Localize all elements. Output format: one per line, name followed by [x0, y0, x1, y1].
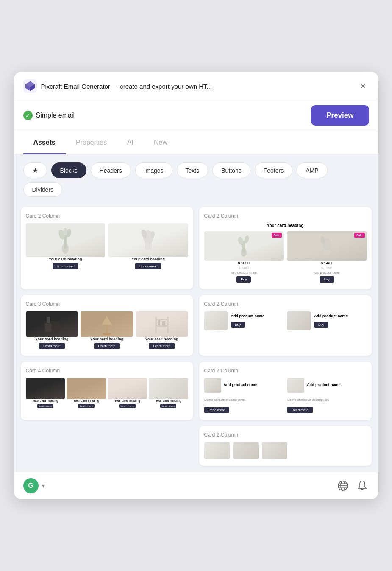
buy-btn[interactable]: Buy — [314, 322, 328, 328]
tab-assets[interactable]: Assets — [23, 132, 66, 154]
learn-more-btn[interactable]: Learn more — [119, 404, 136, 408]
product-row-inner: Add product name — [204, 378, 258, 393]
card-preview-4: Add product name Buy Add product name Bu… — [204, 311, 367, 330]
preview-label: Your card heading — [49, 257, 82, 261]
chevron-down-icon[interactable]: ▾ — [42, 482, 45, 489]
preview-image — [26, 311, 78, 337]
card-title-5: Card 4 Column — [26, 368, 188, 374]
preview-image — [262, 442, 287, 459]
preview-label: Your card heading — [32, 399, 58, 402]
preview-image — [81, 311, 133, 337]
learn-more-btn[interactable]: Learn more — [78, 404, 95, 408]
tab-properties[interactable]: Properties — [66, 132, 117, 154]
svg-rect-24 — [53, 325, 58, 332]
preview-label: Your card heading — [35, 337, 68, 341]
preview-label: Your card heading — [73, 399, 99, 402]
buy-btn[interactable]: Buy — [231, 322, 245, 328]
preview-item: Your card heading Learn more — [81, 311, 133, 349]
card-2col-product[interactable]: Card 2 Column Add product name Buy Add p… — [199, 295, 372, 356]
learn-more-btn[interactable]: Learn more — [160, 404, 177, 408]
product-name: Add product name — [314, 271, 339, 274]
filter-headers[interactable]: Headers — [91, 162, 131, 178]
card-2col-desc[interactable]: Card 2 Column Add product name Some attr… — [199, 362, 372, 420]
filter-images[interactable]: Images — [135, 162, 172, 178]
preview-label: Your card heading — [132, 257, 165, 261]
preview-label: Your card heading — [114, 399, 140, 402]
product-info: Add product name Buy — [314, 314, 367, 328]
preview-item: Your card heading Learn more — [26, 311, 78, 349]
learn-more-btn[interactable]: Learn more — [39, 343, 65, 349]
card-3col[interactable]: Card 3 Column Your card heading Learn mo… — [21, 295, 193, 356]
product-desc: Some attractive description. — [287, 398, 329, 402]
filter-star[interactable]: ★ — [23, 162, 47, 178]
preview-image — [108, 378, 147, 399]
read-more-btn[interactable]: Read more — [287, 407, 313, 413]
learn-more-btn[interactable]: Learn more — [135, 263, 161, 269]
preview-item: Your card heading Learn more — [26, 378, 65, 408]
email-name: Simple email — [36, 112, 75, 119]
filter-buttons[interactable]: Buttons — [212, 162, 250, 178]
preview-item: Your card heading Learn more — [26, 223, 106, 269]
card-title-3: Card 3 Column — [26, 301, 188, 307]
tab-new[interactable]: New — [144, 132, 178, 154]
toolbar: ✓ Simple email Preview — [14, 99, 378, 132]
app-window: Pixcraft Email Generator — create and ex… — [14, 72, 378, 499]
bottom-bar: G ▾ — [14, 472, 378, 499]
product-image — [287, 311, 311, 330]
svg-rect-23 — [45, 323, 51, 332]
price-strikethrough: $ 2460 — [239, 266, 249, 270]
svg-rect-33 — [158, 320, 160, 325]
title-bar: Pixcraft Email Generator — create and ex… — [14, 72, 378, 99]
buy-btn[interactable]: Buy — [320, 276, 334, 283]
card-2col-partial[interactable]: Card 2 Column — [199, 426, 372, 466]
learn-more-btn[interactable]: Learn more — [149, 343, 175, 349]
window-title: Pixcraft Email Generator — create and ex… — [41, 83, 357, 90]
price: $ 1860 — [238, 261, 250, 265]
filter-dividers[interactable]: Dividers — [23, 182, 63, 197]
product-row-inner: Add product name — [287, 378, 341, 393]
card-2col-sale[interactable]: Card 2 Column Your card heading Sale $ 1… — [199, 207, 372, 289]
globe-icon[interactable] — [336, 479, 350, 493]
filter-footers[interactable]: Footers — [255, 162, 292, 178]
learn-more-btn[interactable]: Learn more — [94, 343, 120, 349]
product-name: Add product name — [314, 314, 367, 318]
card-title-7: Card 2 Column — [204, 432, 367, 438]
read-more-btn[interactable]: Read more — [204, 407, 230, 413]
card-2col-basic[interactable]: Card 2 Column Your card heading Learn mo… — [21, 207, 193, 289]
preview-button[interactable]: Preview — [311, 105, 369, 126]
svg-marker-26 — [102, 316, 112, 325]
preview-image: Sale — [287, 231, 367, 261]
preview-image — [233, 442, 259, 459]
svg-rect-34 — [162, 321, 165, 325]
preview-label: Your card heading — [145, 337, 178, 341]
filter-blocks[interactable]: Blocks — [51, 162, 86, 178]
preview-item: Your card heading Learn more — [108, 223, 188, 269]
user-avatar[interactable]: G — [23, 478, 39, 493]
filter-amp[interactable]: AMP — [297, 162, 327, 178]
product-image — [204, 378, 221, 393]
preview-item: Your card heading Learn more — [136, 311, 188, 349]
filter-pills: ★ Blocks Headers Images Texts Buttons Fo… — [14, 155, 378, 201]
learn-more-btn[interactable]: Learn more — [37, 404, 54, 408]
product-name: Add product name — [231, 314, 284, 318]
product-image — [287, 378, 304, 393]
learn-more-btn[interactable]: Learn more — [53, 263, 78, 269]
tabs-bar: Assets Properties AI New — [14, 132, 378, 155]
tab-ai[interactable]: AI — [117, 132, 144, 154]
product-row: Add product name Some attractive descrip… — [287, 378, 367, 413]
bell-icon[interactable] — [356, 479, 369, 493]
preview-item: Your card heading Learn more — [149, 378, 188, 408]
card-preview-6: Add product name Some attractive descrip… — [204, 378, 367, 413]
product-row: Add product name Buy — [204, 311, 284, 330]
star-icon: ★ — [32, 166, 38, 174]
preview-item: Your card heading Learn more — [108, 378, 147, 408]
close-button[interactable]: × — [357, 80, 369, 92]
preview-image — [108, 223, 188, 257]
buy-btn[interactable]: Buy — [236, 276, 251, 283]
filter-texts[interactable]: Texts — [177, 162, 209, 178]
card-title-2: Card 2 Column — [204, 213, 367, 219]
preview-image — [204, 442, 230, 459]
sale-badge: Sale — [354, 233, 364, 238]
card-4col[interactable]: Card 4 Column Your card heading Learn mo… — [21, 362, 193, 420]
card-heading: Your card heading — [204, 223, 367, 228]
